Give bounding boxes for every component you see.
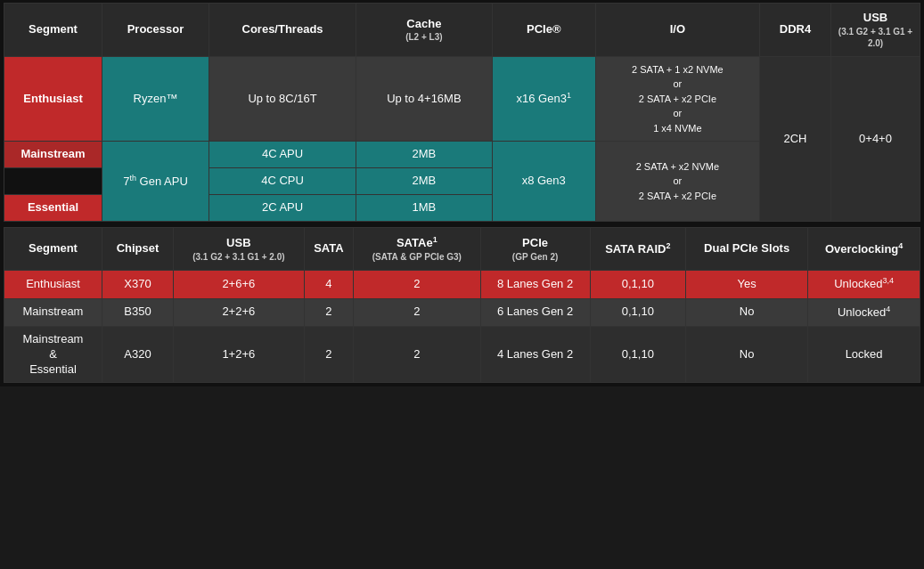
b-oc-essential: Locked (808, 326, 920, 383)
cores-ryzen-cell: Up to 8C/16T (209, 56, 356, 142)
main-container: Segment Processor Cores/Threads Cache(L2… (0, 0, 924, 386)
b-raid-essential: 0,1,10 (590, 326, 686, 383)
b-seg-enthusiast: Enthusiast (4, 271, 102, 298)
cache-ryzen-cell: Up to 4+16MB (356, 56, 493, 142)
b-sata-essential: 2 (304, 326, 353, 383)
th-processor: Processor (102, 4, 209, 57)
b-th-oc: Overclocking4 (808, 228, 920, 271)
b-satae-essential: 2 (354, 326, 480, 383)
b-th-segment: Segment (4, 228, 102, 271)
b-dual-mainstream: No (686, 298, 808, 326)
b-raid-enthusiast: 0,1,10 (590, 271, 686, 298)
b-chipset-a320: A320 (102, 326, 174, 383)
th-pcie: PCIe® (492, 4, 595, 57)
ddr4-cell: 2CH (760, 56, 831, 221)
b-th-usb: USB(3.1 G2 + 3.1 G1 + 2.0) (174, 228, 305, 271)
bottom-table: Segment Chipset USB(3.1 G2 + 3.1 G1 + 2.… (4, 227, 920, 383)
b-chipset-x370: X370 (102, 271, 174, 298)
b-pcie-essential: 4 Lanes Gen 2 (480, 326, 590, 383)
bottom-row-mainstream: Mainstream B350 2+2+6 2 2 6 Lanes Gen 2 … (4, 298, 920, 326)
seg-essential-cell: Essential (4, 195, 102, 222)
b-dual-essential: No (686, 326, 808, 383)
b-th-dual: Dual PCIe Slots (686, 228, 808, 271)
b-usb-essential: 1+2+6 (174, 326, 305, 383)
b-th-satae: SATAe1(SATA & GP PCIe G3) (354, 228, 480, 271)
proc-ryzen-cell: Ryzen™ (102, 56, 209, 142)
cores-4ccpu-cell: 4C CPU (209, 168, 356, 195)
th-io: I/O (595, 4, 759, 57)
io-apu-cell: 2 SATA + x2 NVMeor2 SATA + x2 PCIe (595, 142, 759, 222)
top-table-full: Segment Processor Cores/Threads Cache(L2… (4, 3, 920, 222)
top-header-row: Segment Processor Cores/Threads Cache(L2… (4, 4, 920, 57)
b-seg-essential: Mainstream&Essential (4, 326, 102, 383)
b-sata-mainstream: 2 (304, 298, 353, 326)
proc-apu-cell: 7th Gen APU (102, 142, 209, 222)
bottom-row-essential: Mainstream&Essential A320 1+2+6 2 2 4 La… (4, 326, 920, 383)
b-th-raid: SATA RAID2 (590, 228, 686, 271)
th-ddr4: DDR4 (760, 4, 831, 57)
b-dual-enthusiast: Yes (686, 271, 808, 298)
b-pcie-mainstream: 6 Lanes Gen 2 (480, 298, 590, 326)
cores-2capu-cell: 2C APU (209, 195, 356, 222)
b-th-chipset: Chipset (102, 228, 174, 271)
th-cache: Cache(L2 + L3) (356, 4, 493, 57)
b-usb-enthusiast: 2+6+6 (174, 271, 305, 298)
b-satae-enthusiast: 2 (354, 271, 480, 298)
cache-4ccpu-cell: 2MB (356, 168, 493, 195)
b-satae-mainstream: 2 (354, 298, 480, 326)
cache-4capu-cell: 2MB (356, 142, 493, 168)
b-usb-mainstream: 2+2+6 (174, 298, 305, 326)
th-usb: USB(3.1 G2 + 3.1 G1 + 2.0) (831, 4, 920, 57)
b-sata-enthusiast: 4 (304, 271, 353, 298)
seg-enthusiast-cell: Enthusiast (4, 56, 102, 142)
io-enthusiast-cell: 2 SATA + 1 x2 NVMeor2 SATA + x2 PCIeor1 … (595, 56, 759, 142)
b-pcie-enthusiast: 8 Lanes Gen 2 (480, 271, 590, 298)
pcie-enthusiast-cell: x16 Gen31 (492, 56, 595, 142)
b-raid-mainstream: 0,1,10 (590, 298, 686, 326)
row-enthusiast: Enthusiast Ryzen™ Up to 8C/16T Up to 4+1… (4, 56, 920, 142)
seg-mainstream-cell: Mainstream (4, 142, 102, 168)
cores-4capu-cell: 4C APU (209, 142, 356, 168)
b-oc-mainstream: Unlocked4 (808, 298, 920, 326)
bottom-row-enthusiast: Enthusiast X370 2+6+6 4 2 8 Lanes Gen 2 … (4, 271, 920, 298)
b-th-sata: SATA (304, 228, 353, 271)
b-chipset-b350: B350 (102, 298, 174, 326)
pcie-apu-cell: x8 Gen3 (492, 142, 595, 222)
cache-2capu-cell: 1MB (356, 195, 493, 222)
usb-top-cell: 0+4+0 (831, 56, 920, 221)
th-cores: Cores/Threads (209, 4, 356, 57)
b-th-pcie: PCIe(GP Gen 2) (480, 228, 590, 271)
th-segment: Segment (4, 4, 102, 57)
b-seg-mainstream: Mainstream (4, 298, 102, 326)
bottom-header-row: Segment Chipset USB(3.1 G2 + 3.1 G1 + 2.… (4, 228, 920, 271)
b-oc-enthusiast: Unlocked3,4 (808, 271, 920, 298)
